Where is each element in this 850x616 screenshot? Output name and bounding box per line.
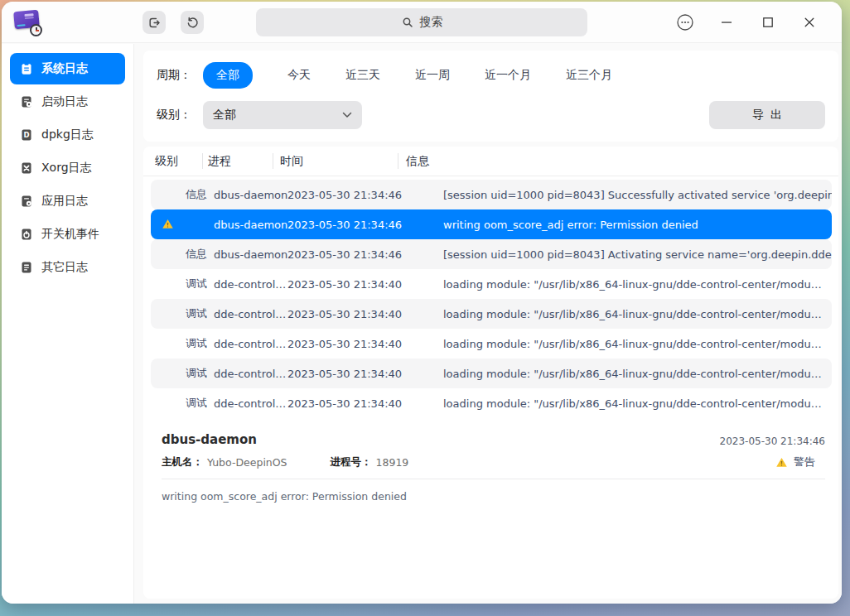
table-row[interactable]: 信息 dbus-daemon 2023-05-30 21:34:46 [sess… <box>151 180 832 209</box>
pid-label: 进程号： <box>331 455 372 469</box>
log-process: dde-control… <box>207 308 287 320</box>
log-time: 2023-05-30 21:34:46 <box>287 248 418 261</box>
log-level-text: 调试 <box>151 366 207 381</box>
table-body: 信息 dbus-daemon 2023-05-30 21:34:46 [sess… <box>143 176 838 421</box>
export-button[interactable]: 导出 <box>709 101 825 129</box>
column-header-time: 时间 <box>273 147 398 176</box>
log-process: dbus-daemon <box>207 189 287 201</box>
sidebar-item[interactable]: 其它日志 <box>10 252 125 283</box>
log-process: dbus-daemon <box>207 219 287 231</box>
detail-timestamp: 2023-05-30 21:34:46 <box>720 436 825 447</box>
svg-text:D: D <box>23 131 29 139</box>
open-log-file-button[interactable] <box>142 11 166 34</box>
log-message: [session uid=1000 pid=8043] Successfully… <box>418 189 832 201</box>
sidebar-item[interactable]: 开关机事件 <box>10 219 125 250</box>
log-category-icon <box>20 261 33 274</box>
log-process: dbus-daemon <box>207 248 287 261</box>
table-row[interactable]: 调试 dde-control… 2023-05-30 21:34:40 load… <box>151 299 832 329</box>
period-option[interactable]: 近三个月 <box>566 68 612 83</box>
log-message: [session uid=1000 pid=8043] Activating s… <box>418 248 832 261</box>
hostname-value: Yubo-DeepinOS <box>207 456 287 469</box>
log-time: 2023-05-30 21:34:40 <box>287 368 418 380</box>
close-button[interactable] <box>789 2 830 43</box>
period-label: 周期： <box>157 68 193 83</box>
main-area: 周期： 全部今天近三天近一周近一个月近三个月 级别： 全部 导出 级别 <box>135 44 842 604</box>
sidebar: 系统日志 启动日志 D dpkg日志 Xorg日志 应用日志 开关机事件 <box>2 44 134 604</box>
log-category-icon <box>20 62 33 75</box>
table-row[interactable]: dbus-daemon 2023-05-30 21:34:46 writing … <box>151 209 832 239</box>
sidebar-item-label: dpkg日志 <box>41 128 94 142</box>
hostname-label: 主机名： <box>162 455 203 469</box>
sidebar-item[interactable]: 启动日志 <box>10 86 125 118</box>
detail-message: writing oom_score_adj error: Permission … <box>162 490 825 503</box>
minimize-button[interactable] <box>706 2 747 43</box>
sidebar-item[interactable]: 系统日志 <box>10 53 125 84</box>
table-row[interactable]: 信息 dbus-daemon 2023-05-30 21:34:46 [sess… <box>151 239 832 269</box>
filter-panel: 周期： 全部今天近三天近一周近一个月近三个月 级别： 全部 导出 <box>143 51 838 142</box>
level-select-value: 全部 <box>213 108 236 123</box>
log-message: loading module: "/usr/lib/x86_64-linux-g… <box>418 278 832 291</box>
log-process: dde-control… <box>207 397 287 410</box>
sidebar-item-label: 应用日志 <box>41 194 88 209</box>
sidebar-item-label: 其它日志 <box>41 260 88 275</box>
refresh-button[interactable] <box>181 11 204 34</box>
level-select[interactable]: 全部 <box>203 101 362 129</box>
refresh-icon <box>186 16 200 30</box>
app-window: 搜索 <box>2 2 842 604</box>
app-logo-icon <box>14 8 44 36</box>
sidebar-item-label: 开关机事件 <box>41 227 99 242</box>
sidebar-item-label: Xorg日志 <box>41 161 92 176</box>
table-row[interactable]: 调试 dde-control… 2023-05-30 21:34:40 load… <box>151 359 832 388</box>
menu-button[interactable] <box>664 2 706 43</box>
log-message: loading module: "/usr/lib/x86_64-linux-g… <box>418 397 832 410</box>
log-time: 2023-05-30 21:34:46 <box>287 219 418 231</box>
log-message: writing oom_score_adj error: Permission … <box>418 219 832 231</box>
log-message: loading module: "/usr/lib/x86_64-linux-g… <box>418 338 832 350</box>
maximize-button[interactable] <box>747 2 789 43</box>
detail-level-badge: 警告 <box>794 455 815 469</box>
log-level-text: 调试 <box>151 306 207 321</box>
log-level-text: 信息 <box>151 247 207 262</box>
log-category-icon <box>20 95 33 108</box>
table-row[interactable]: 调试 dde-control… 2023-05-30 21:34:40 load… <box>151 388 832 418</box>
detail-title: dbus-daemon <box>162 432 257 447</box>
log-time: 2023-05-30 21:34:40 <box>287 338 418 350</box>
table-header: 级别 进程 时间 信息 <box>143 147 838 176</box>
sidebar-item-label: 启动日志 <box>41 94 88 109</box>
log-message: loading module: "/usr/lib/x86_64-linux-g… <box>418 308 832 320</box>
chevron-down-icon <box>342 112 352 118</box>
log-table-panel: 级别 进程 时间 信息 信息 <box>143 147 838 599</box>
period-option[interactable]: 近一个月 <box>485 68 531 83</box>
period-option[interactable]: 近一周 <box>415 68 450 83</box>
table-row[interactable]: 调试 dde-control… 2023-05-30 21:34:40 load… <box>151 269 832 299</box>
minimize-icon <box>721 17 732 28</box>
level-label: 级别： <box>157 108 193 123</box>
log-process: dde-control… <box>207 368 287 380</box>
warning-icon <box>775 456 788 469</box>
log-category-icon <box>20 161 33 175</box>
log-time: 2023-05-30 21:34:40 <box>287 278 418 291</box>
close-icon <box>804 17 815 28</box>
sidebar-item[interactable]: D dpkg日志 <box>10 119 125 151</box>
table-row[interactable]: 调试 dde-control… 2023-05-30 21:34:40 load… <box>151 329 832 359</box>
period-option[interactable]: 今天 <box>287 68 311 83</box>
menu-icon <box>676 13 694 31</box>
log-level-text: 调试 <box>151 336 207 351</box>
warning-icon <box>162 218 174 230</box>
period-option[interactable]: 近三天 <box>345 68 380 83</box>
column-header-process: 进程 <box>203 147 273 176</box>
maximize-icon <box>762 17 774 28</box>
detail-divider <box>162 479 825 479</box>
open-file-icon <box>147 16 162 30</box>
log-time: 2023-05-30 21:34:46 <box>287 189 418 201</box>
sidebar-list: 系统日志 启动日志 D dpkg日志 Xorg日志 应用日志 开关机事件 <box>10 53 125 283</box>
log-category-icon <box>20 195 33 208</box>
search-input[interactable]: 搜索 <box>256 8 587 36</box>
log-time: 2023-05-30 21:34:40 <box>287 308 418 320</box>
sidebar-item[interactable]: Xorg日志 <box>10 152 125 184</box>
log-category-icon <box>20 228 33 241</box>
log-category-icon: D <box>20 128 33 142</box>
sidebar-item[interactable]: 应用日志 <box>10 185 125 217</box>
period-option[interactable]: 全部 <box>203 62 253 89</box>
log-level-text: 调试 <box>151 277 207 291</box>
